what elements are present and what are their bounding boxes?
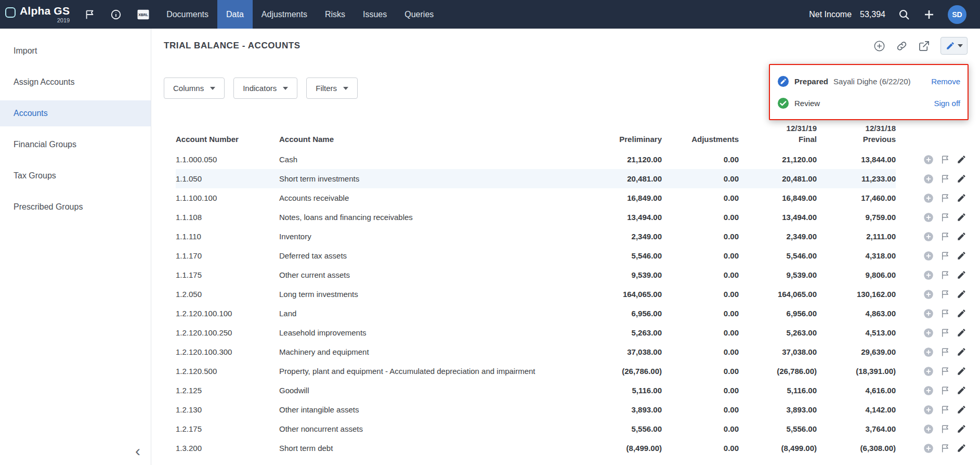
xbrl-icon[interactable]: XBRL [136,9,150,20]
previous-cell: 9,806.00 [817,270,896,279]
toolbar-button-label: Filters [316,84,337,93]
edit-icon[interactable] [957,405,966,415]
account-name-cell: Notes, loans and financing receivables [279,213,579,222]
add-adjustment-icon[interactable] [923,424,934,434]
sidebar-item-accounts[interactable]: Accounts [0,100,151,126]
link-icon[interactable] [896,40,908,52]
flag-icon[interactable] [940,232,950,241]
flag-icon[interactable] [940,155,950,164]
edit-icon[interactable] [957,347,966,357]
edit-icon[interactable] [957,174,966,184]
add-adjustment-icon[interactable] [923,251,934,261]
add-icon[interactable] [923,8,935,21]
add-adjustment-icon[interactable] [923,308,934,319]
add-adjustment-icon[interactable] [923,270,934,280]
page-title: TRIAL BALANCE - ACCOUNTS [164,41,300,51]
previous-cell: 17,460.00 [817,193,896,202]
menu-item-issues[interactable]: Issues [354,0,396,29]
pencil-icon [946,41,955,50]
flag-icon[interactable] [940,367,950,376]
menu-item-documents[interactable]: Documents [158,0,217,29]
edit-icon[interactable] [957,308,966,318]
indicators-dropdown-button[interactable]: Indicators [233,78,297,99]
add-adjustment-icon[interactable] [923,443,934,454]
columns-dropdown-button[interactable]: Columns [164,78,225,99]
account-number-cell: 1.1.110 [176,232,279,241]
account-number-cell: 1.2.120.100.100 [176,309,279,318]
sidebar-item-assign-accounts[interactable]: Assign Accounts [0,69,151,95]
app-name: Alpha GS [20,5,70,16]
edit-icon[interactable] [957,443,966,453]
flag-icon[interactable] [940,213,950,222]
svg-text:XBRL: XBRL [138,12,148,16]
flag-icon[interactable] [84,9,96,20]
sidebar-item-tax-groups[interactable]: Tax Groups [0,163,151,189]
header-previous-date: 12/31/18 [817,123,896,134]
edit-icon[interactable] [957,212,966,222]
flag-icon[interactable] [940,444,950,453]
flag-icon[interactable] [940,174,950,184]
app-brand[interactable]: Alpha GS 2019 [0,0,72,29]
edit-icon[interactable] [957,251,966,261]
edit-icon[interactable] [957,231,966,241]
edit-icon[interactable] [957,270,966,280]
menu-item-risks[interactable]: Risks [316,0,354,29]
previous-cell: 4,863.00 [817,309,896,318]
flag-icon[interactable] [940,193,950,203]
search-icon[interactable] [898,8,910,21]
add-adjustment-icon[interactable] [923,154,934,165]
add-adjustment-icon[interactable] [923,231,934,242]
header-previous: 12/31/18 Previous [817,123,896,145]
sidebar-item-prescribed-groups[interactable]: Prescribed Groups [0,194,151,220]
edit-icon[interactable] [957,424,966,434]
add-adjustment-icon[interactable] [923,385,934,396]
add-adjustment-icon[interactable] [923,193,934,203]
sidebar-item-import[interactable]: Import [0,38,151,64]
add-adjustment-icon[interactable] [923,405,934,415]
header-final-label: Final [739,134,817,145]
info-icon[interactable] [110,9,122,20]
add-adjustment-icon[interactable] [923,366,934,377]
previous-cell: 3,764.00 [817,424,896,433]
edit-icon[interactable] [957,385,966,395]
add-circle-icon[interactable] [873,40,885,52]
table-row: 1.1.110 Inventory 2,349.00 0.00 2,349.00… [176,227,968,246]
edit-icon[interactable] [957,366,966,376]
flag-icon[interactable] [940,290,950,299]
edit-icon[interactable] [957,289,966,299]
add-adjustment-icon[interactable] [923,289,934,300]
menu-item-queries[interactable]: Queries [396,0,442,29]
flag-icon[interactable] [940,309,950,318]
row-actions [896,424,968,434]
add-adjustment-icon[interactable] [923,328,934,338]
add-adjustment-icon[interactable] [923,174,934,184]
row-actions [896,385,968,396]
flag-icon[interactable] [940,386,950,395]
add-adjustment-icon[interactable] [923,347,934,357]
edit-icon[interactable] [957,154,966,164]
signoff-link[interactable]: Sign off [934,99,960,108]
avatar[interactable]: SD [948,5,966,24]
sidebar-item-financial-groups[interactable]: Financial Groups [0,132,151,158]
table-row: 1.1.000.050 Cash 21,120.00 0.00 21,120.0… [176,150,968,169]
menu-item-data[interactable]: Data [217,0,253,29]
filters-dropdown-button[interactable]: Filters [306,78,358,99]
edit-icon[interactable] [957,328,966,338]
add-adjustment-icon[interactable] [923,212,934,223]
sidebar-collapse-chevron-icon[interactable]: ‹ [130,444,146,460]
flag-icon[interactable] [940,405,950,415]
header-adjustments: Adjustments [662,134,739,145]
remove-link[interactable]: Remove [931,77,960,86]
signoff-dropdown-button[interactable] [940,37,968,55]
row-actions [896,174,968,184]
edit-icon[interactable] [957,193,966,203]
flag-icon[interactable] [940,270,950,280]
flag-icon[interactable] [940,424,950,434]
flag-icon[interactable] [940,251,950,261]
flag-icon[interactable] [940,328,950,338]
row-actions [896,154,968,165]
app-title: Alpha GS 2019 [20,5,70,23]
menu-item-adjustments[interactable]: Adjustments [253,0,316,29]
external-link-icon[interactable] [918,40,930,52]
flag-icon[interactable] [940,347,950,357]
